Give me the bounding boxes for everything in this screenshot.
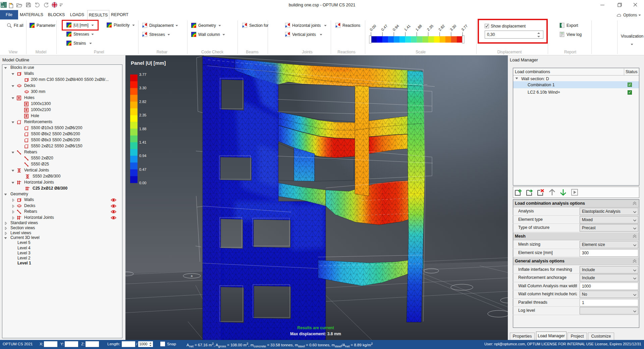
svg-text:2.35: 2.35 xyxy=(139,113,146,117)
svg-text:2.82: 2.82 xyxy=(438,24,446,32)
svg-text:3.30: 3.30 xyxy=(139,86,146,90)
svg-text:0.47: 0.47 xyxy=(139,167,146,171)
svg-text:0: 0 xyxy=(26,103,27,105)
svg-text:a: a xyxy=(191,274,193,278)
svg-text:0.47: 0.47 xyxy=(380,24,388,32)
svg-text:0: 0 xyxy=(26,109,27,111)
svg-text:0: 0 xyxy=(18,97,20,99)
svg-text:Panel |U| [mm]: Panel |U| [mm] xyxy=(131,60,166,66)
svg-text:0: 0 xyxy=(26,115,27,117)
svg-text:2.82: 2.82 xyxy=(139,100,146,104)
svg-text:Results are current: Results are current xyxy=(297,326,334,330)
svg-text:3.77: 3.77 xyxy=(139,72,146,77)
svg-text:2.35: 2.35 xyxy=(426,24,434,32)
svg-text:1.41: 1.41 xyxy=(139,140,146,144)
svg-text:3.30: 3.30 xyxy=(449,24,457,32)
svg-text:0.94: 0.94 xyxy=(139,154,146,158)
svg-text:3.77: 3.77 xyxy=(461,24,469,32)
svg-text:1.41: 1.41 xyxy=(403,24,411,32)
svg-text:0.00: 0.00 xyxy=(139,181,146,185)
svg-text:0.94: 0.94 xyxy=(392,24,400,32)
svg-text:1.88: 1.88 xyxy=(415,24,423,32)
svg-text:Max displacement: 3.8 mm: Max displacement: 3.8 mm xyxy=(290,332,341,336)
svg-text:0.00: 0.00 xyxy=(369,24,377,32)
svg-text:1.88: 1.88 xyxy=(139,127,146,131)
